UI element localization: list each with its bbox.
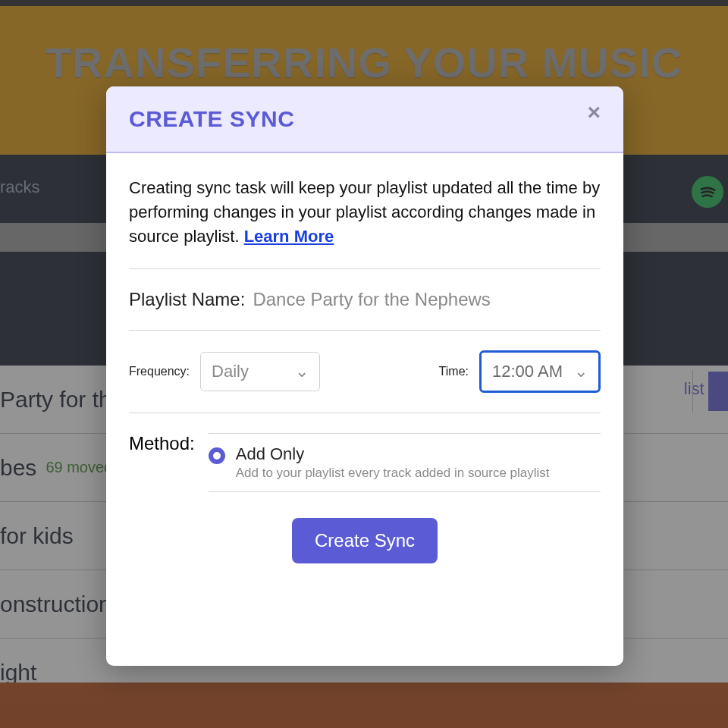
time-label: Time:: [439, 365, 469, 378]
divider: [129, 413, 601, 413]
modal-title: CREATE SYNC: [129, 106, 294, 132]
frequency-select[interactable]: Daily ⌄: [200, 352, 320, 391]
method-option-add-only[interactable]: Add Only Add to your playlist every trac…: [209, 433, 601, 492]
modal-description-text: Creating sync task will keep your playli…: [129, 178, 600, 246]
frequency-value: Daily: [212, 362, 249, 381]
close-icon[interactable]: ×: [587, 99, 601, 125]
time-select[interactable]: 12:00 AM ⌄: [479, 350, 601, 393]
method-label: Method:: [129, 433, 195, 492]
frequency-label: Frequency:: [129, 365, 190, 378]
radio-selected-icon: [209, 447, 225, 464]
playlist-name-value: Dance Party for the Nephews: [253, 289, 491, 310]
playlist-name-row: Playlist Name: Dance Party for the Nephe…: [129, 289, 601, 310]
playlist-name-label: Playlist Name:: [129, 289, 245, 310]
divider: [129, 330, 601, 331]
frequency-time-row: Frequency: Daily ⌄ Time: 12:00 AM ⌄: [129, 350, 601, 393]
modal-description: Creating sync task will keep your playli…: [129, 176, 601, 249]
create-sync-modal: CREATE SYNC × Creating sync task will ke…: [106, 86, 623, 666]
divider: [129, 268, 601, 269]
method-option-title: Add Only: [236, 444, 550, 464]
chevron-down-icon: ⌄: [295, 362, 309, 381]
learn-more-link[interactable]: Learn More: [244, 227, 334, 246]
chevron-down-icon: ⌄: [574, 362, 588, 381]
create-sync-button[interactable]: Create Sync: [292, 518, 438, 563]
method-option-description: Add to your playlist every track added i…: [236, 466, 550, 481]
time-value: 12:00 AM: [492, 362, 563, 381]
modal-header: CREATE SYNC ×: [106, 86, 623, 153]
